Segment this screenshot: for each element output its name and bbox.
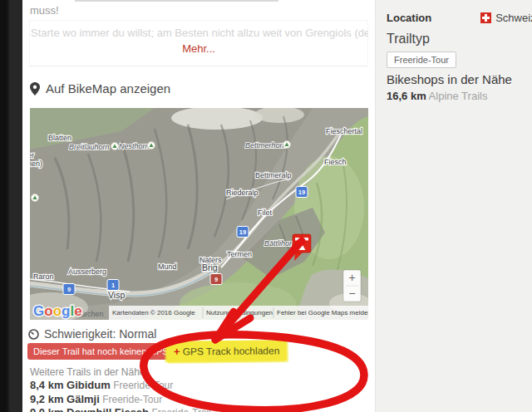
- map-label: Fiesch: [324, 158, 347, 166]
- difficulty-label: Schwierigkeit: Normal: [44, 327, 156, 341]
- map-label: Mund: [158, 262, 177, 271]
- map-label: Ausserberg: [68, 267, 106, 276]
- trail-type: Freeride-Trail: [149, 407, 211, 412]
- map-label: Fieschertal: [326, 127, 362, 135]
- route-shield: 19: [296, 187, 308, 198]
- map-label: Filet: [258, 208, 273, 217]
- map-section-heading-label: Auf BikeMap anzeigen: [46, 81, 170, 96]
- location-value: Schweiz: [495, 12, 532, 24]
- map-zoom-control: + −: [343, 270, 361, 302]
- route-shield: 19: [237, 227, 249, 238]
- peak-icon: [111, 143, 119, 150]
- svg-text:1: 1: [111, 282, 115, 289]
- route-shield: 1: [107, 280, 119, 291]
- nearby-trails-heading: Weitere Trails in der Nähe: [30, 366, 145, 378]
- bikeshop-name: Alpine Trails: [429, 90, 488, 102]
- attribution-link[interactable]: Nutzungsbedingungen: [206, 309, 273, 316]
- nearby-trails-list: 8,4 km Gibidum Freeride-Tour9,2 km Gälmj…: [30, 379, 362, 412]
- gps-upload-button[interactable]: +GPS Track hochladen: [166, 340, 288, 362]
- difficulty-row: Schwierigkeit: Normal: [28, 327, 156, 341]
- trailtyp-heading: Trailtyp: [387, 32, 430, 47]
- route-shield: 9: [63, 284, 75, 295]
- trail-row[interactable]: 9,2 km Gälmji Freeride-Tour: [30, 393, 362, 407]
- left-dark-panel: [0, 0, 22, 412]
- map-label: Blatten: [48, 134, 71, 142]
- bikeshop-row[interactable]: 16,6 km Alpine Trails: [387, 90, 487, 102]
- bikeshop-distance: 16,6 km: [387, 90, 426, 102]
- trail-row[interactable]: 8,4 km Gibidum Freeride-Tour: [30, 379, 362, 393]
- trail-distance-and-name: 9,2 km Gälmji: [30, 393, 100, 405]
- map-label: Bettmeralp: [255, 171, 292, 179]
- more-link[interactable]: Mehr...: [30, 42, 367, 55]
- attribution-text: Kartendaten © 2016 Google: [112, 309, 195, 316]
- map-label: Raron: [33, 272, 54, 281]
- zoom-out-button[interactable]: −: [348, 287, 355, 300]
- map-section-heading: Auf BikeMap anzeigen: [30, 81, 170, 96]
- gps-upload-button-label: GPS Track hochladen: [183, 345, 280, 357]
- plus-icon: +: [174, 346, 180, 358]
- content-card: muss! Starte wo immer du willst; am Best…: [22, 0, 376, 412]
- location-row: Location Schweiz: [387, 12, 532, 24]
- trail-type: Freeride-Tour: [100, 394, 162, 405]
- attribution-link[interactable]: Fehler bei Google Maps melden: [277, 309, 368, 316]
- google-map[interactable]: Blattenerhen)BreitlauhornNesthornFiesche…: [30, 108, 368, 320]
- svg-text:9: 9: [214, 276, 218, 283]
- map-label: Termen: [227, 250, 252, 258]
- map-label: Brig: [202, 262, 218, 272]
- map-pin-icon: [30, 82, 40, 96]
- peak-icon: [148, 142, 155, 150]
- map-label: hen): [30, 159, 42, 168]
- map-label: Bättlihorn: [264, 239, 296, 248]
- map-label: Breitlauhorn: [69, 143, 110, 151]
- cropped-text-remnant: [75, 0, 278, 2]
- trail-distance-and-name: 9,0 km Downhill Fiesch: [30, 406, 149, 412]
- location-label: Location: [387, 12, 431, 24]
- svg-text:19: 19: [239, 228, 246, 236]
- swiss-flag-icon: [480, 12, 491, 23]
- difficulty-gauge-icon: [28, 329, 39, 340]
- map-label: Bettmerhorn: [245, 141, 287, 150]
- route-shield: 9: [210, 274, 222, 285]
- peak-icon: [283, 141, 291, 149]
- trail-distance-and-name: 8,4 km Gibidum: [30, 379, 111, 391]
- map-label: Nesthorn: [119, 142, 150, 150]
- description-expander: Starte wo immer du willst; am Besten nic…: [29, 20, 368, 66]
- trail-type: Freeride-Tour: [111, 380, 173, 391]
- zoom-in-button[interactable]: +: [348, 271, 355, 284]
- map-label: Riederalp: [226, 189, 259, 197]
- trailtyp-tag[interactable]: Freeride-Tour: [387, 52, 456, 68]
- bikeshops-heading: Bikeshops in der Nähe: [387, 72, 512, 86]
- trail-row[interactable]: 9,0 km Downhill Fiesch Freeride-Trail: [30, 406, 362, 412]
- google-logo[interactable]: Google: [33, 303, 82, 319]
- svg-text:9: 9: [67, 286, 71, 293]
- svg-text:19: 19: [298, 189, 305, 196]
- faded-description-text: Starte wo immer du willst; am Besten nic…: [31, 27, 368, 39]
- intro-text-tail: muss!: [30, 4, 59, 17]
- map-label: er: [30, 151, 34, 159]
- map-label: Visp: [108, 290, 125, 300]
- peak-icon: [32, 194, 39, 202]
